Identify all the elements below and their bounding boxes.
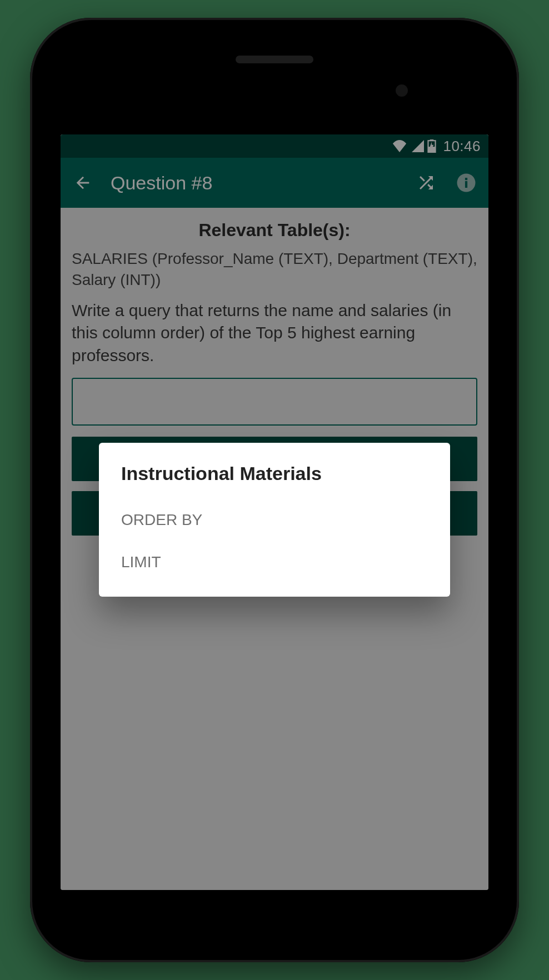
- screen: 10:46 Question #8 Relevant Table(s): SAL…: [61, 134, 488, 890]
- phone-frame: 10:46 Question #8 Relevant Table(s): SAL…: [30, 18, 519, 962]
- dialog-title: Instructional Materials: [99, 463, 450, 499]
- dialog-item-limit[interactable]: LIMIT: [99, 541, 450, 583]
- dialog-item-order-by[interactable]: ORDER BY: [99, 499, 450, 541]
- instructional-materials-dialog: Instructional Materials ORDER BY LIMIT: [99, 443, 450, 597]
